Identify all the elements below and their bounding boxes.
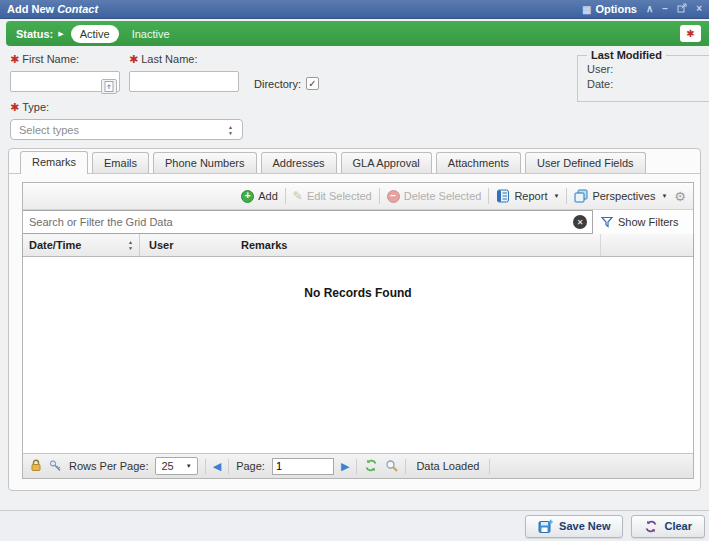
grid-status-text: Data Loaded: [413, 460, 482, 472]
add-button[interactable]: + Add: [241, 190, 278, 203]
empty-message: No Records Found: [23, 286, 693, 300]
tab-addresses[interactable]: Addresses: [261, 152, 337, 173]
collapse-button[interactable]: ∧: [646, 4, 653, 14]
refresh-button[interactable]: [364, 459, 378, 474]
popout-button[interactable]: [677, 3, 687, 15]
tab-gla-approval[interactable]: GLA Approval: [341, 152, 432, 173]
window-title-prefix: Add New: [7, 3, 54, 15]
magnifier-icon: [385, 459, 398, 472]
directory-checkbox[interactable]: ✓: [306, 77, 319, 90]
tab-phone-numbers[interactable]: Phone Numbers: [153, 152, 257, 173]
window-titlebar: Add New Contact ▦ Options ∧ − ×: [0, 0, 709, 19]
lock-icon: [30, 458, 42, 472]
rows-per-page-select[interactable]: 25 ▼: [155, 457, 197, 475]
clear-search-button[interactable]: ✕: [573, 215, 587, 229]
last-modified-title: Last Modified: [587, 49, 666, 61]
collapse-icon: ∧: [646, 3, 653, 14]
checkmark-icon: ✓: [308, 79, 316, 89]
remarks-grid: + Add ✎ Edit Selected − Delete Selected: [22, 182, 694, 479]
delete-selected-button[interactable]: − Delete Selected: [387, 190, 482, 203]
rows-per-page-value: 25: [161, 460, 173, 472]
close-icon: ×: [696, 3, 702, 14]
pager-separator: [405, 459, 406, 474]
clear-icon: [644, 520, 658, 533]
delete-icon: −: [387, 190, 400, 203]
clear-x-icon: ✕: [577, 218, 584, 227]
rows-per-page-label: Rows Per Page:: [69, 460, 148, 472]
perspectives-icon: [574, 189, 588, 203]
add-icon: +: [241, 190, 254, 203]
caret-down-icon: ▼: [661, 193, 667, 199]
minimize-icon: −: [662, 3, 668, 14]
status-option-active[interactable]: Active: [71, 25, 119, 43]
report-button[interactable]: Report ▼: [496, 189, 559, 203]
pager-separator: [489, 459, 490, 474]
contact-form: Last Modified User: Date: ✱First Name:: [0, 46, 709, 148]
options-button[interactable]: ▦ Options: [582, 3, 637, 15]
clear-button[interactable]: Clear: [631, 515, 705, 538]
lock-button[interactable]: [30, 458, 42, 474]
page-label: Page:: [236, 460, 265, 472]
column-header-datetime[interactable]: Date/Time ▲▼: [23, 234, 140, 256]
close-button[interactable]: ×: [696, 4, 702, 14]
last-modified-user-label: User:: [587, 63, 613, 75]
toolbar-separator: [285, 188, 286, 204]
save-new-button[interactable]: Save New: [525, 515, 623, 538]
tab-user-defined-fields[interactable]: User Defined Fields: [525, 152, 646, 173]
save-new-icon: [538, 519, 553, 534]
prev-page-button[interactable]: ◀: [213, 461, 221, 472]
pager-separator: [356, 459, 357, 474]
filter-funnel-icon: [600, 215, 614, 229]
tab-attachments[interactable]: Attachments: [436, 152, 521, 173]
minimize-button[interactable]: −: [662, 4, 668, 14]
bottom-gap: [0, 491, 709, 510]
type-select-value: Select types: [19, 124, 79, 136]
window-title: Add New Contact: [7, 3, 98, 15]
toolbar-separator: [566, 188, 567, 204]
required-fields-button[interactable]: ✱: [680, 25, 701, 42]
first-name-lookup-button[interactable]: [101, 79, 117, 94]
directory-label: Directory:: [254, 78, 301, 90]
detail-tab-panel: Remarks Emails Phone Numbers Addresses G…: [8, 148, 701, 491]
grid-settings-button[interactable]: ⚙: [674, 189, 686, 204]
last-name-label: ✱Last Name:: [129, 53, 239, 66]
column-header-user[interactable]: User: [140, 234, 235, 256]
options-label: Options: [595, 3, 637, 15]
select-updown-icon: ▲▼: [228, 124, 233, 136]
gear-icon: ⚙: [674, 189, 686, 204]
status-option-inactive[interactable]: Inactive: [132, 28, 170, 40]
show-filters-button[interactable]: Show Filters: [593, 210, 693, 234]
last-name-field[interactable]: [129, 71, 239, 92]
grid-search-row: ✕ Show Filters: [23, 210, 693, 234]
report-icon: [496, 189, 510, 203]
key-button[interactable]: [49, 459, 62, 474]
column-header-extra: [600, 234, 693, 256]
page-number-input[interactable]: [272, 458, 334, 475]
edit-selected-button[interactable]: ✎ Edit Selected: [293, 189, 372, 203]
lookup-icon: [104, 81, 114, 92]
sort-icon: ▲▼: [128, 239, 133, 251]
grid-search-input[interactable]: [23, 210, 593, 234]
pager-separator: [228, 459, 229, 474]
required-asterisk-icon: ✱: [686, 28, 694, 39]
window-title-entity: Contact: [57, 3, 98, 15]
type-select[interactable]: Select types ▲▼: [10, 119, 243, 140]
status-arrow-icon: ▶: [58, 30, 63, 38]
caret-down-icon: ▼: [186, 463, 192, 469]
refresh-icon: [364, 459, 378, 472]
column-header-remarks[interactable]: Remarks: [235, 234, 600, 256]
perspectives-button[interactable]: Perspectives ▼: [574, 189, 667, 203]
tab-emails[interactable]: Emails: [92, 152, 149, 173]
popout-icon: [677, 3, 687, 13]
grid-header-row: Date/Time ▲▼ User Remarks: [23, 234, 693, 257]
tab-remarks[interactable]: Remarks: [20, 151, 88, 174]
first-name-label: ✱First Name:: [10, 53, 120, 66]
next-page-button[interactable]: ▶: [341, 461, 349, 472]
required-icon: ✱: [10, 101, 19, 113]
type-label: ✱Type:: [10, 101, 709, 114]
last-modified-date-label: Date:: [587, 78, 613, 90]
edit-pencil-icon: ✎: [293, 189, 303, 203]
zoom-search-button[interactable]: [385, 459, 398, 474]
required-icon: ✱: [129, 53, 138, 65]
status-bar: Status: ▶ Active Inactive ✱: [6, 21, 709, 46]
